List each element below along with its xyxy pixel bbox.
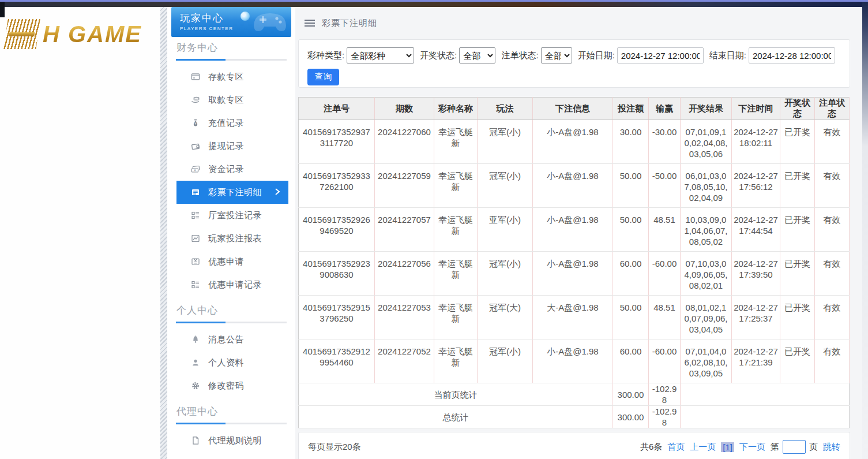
- sidebar-item-hall-bet-record[interactable]: 厅室投注记录: [176, 204, 288, 227]
- end-date-label: 结束日期:: [709, 50, 746, 61]
- jump-button[interactable]: 跳转: [823, 442, 840, 453]
- table-row: 401569173529153796250 20241227053 幸运飞艇新 …: [299, 296, 850, 339]
- page-summary-row: 当前页统计 300.00 -102.98: [299, 383, 850, 406]
- sidebar-item-player-bet-report[interactable]: 玩家投注报表: [176, 227, 288, 250]
- deposit-card-icon: [190, 72, 201, 81]
- column-header: 投注额: [613, 98, 649, 120]
- sidebar-item-label: 厅室投注记录: [208, 210, 262, 221]
- lottery-type-label: 彩种类型:: [307, 50, 344, 61]
- page-jump-input[interactable]: [783, 440, 806, 454]
- section-title-personal: 个人中心: [176, 303, 286, 318]
- chart-icon: [190, 234, 201, 243]
- cell-issue: 20241227057: [375, 208, 434, 252]
- cell-bet-info: 小-A盘@1.98: [533, 120, 613, 164]
- end-date-input[interactable]: [749, 47, 835, 64]
- start-date-input[interactable]: [617, 47, 704, 64]
- sidebar-item-label: 取款专区: [208, 95, 244, 106]
- cell-play-type: 冠军(小): [478, 120, 533, 164]
- section-title-agent: 代理中心: [176, 404, 286, 419]
- top-gradient-band: [0, 2, 868, 7]
- bets-table-panel: 注单号 期数 彩种名称 玩法 下注信息 投注额 输赢 开奖结果 下注时间 开奖状…: [298, 97, 850, 428]
- sidebar: 玩家中心 PLAYERS CENTER 财务中心 存款专区 取款专区 ¥ 充值记…: [167, 7, 295, 459]
- cell-draw-status: 已开奖: [780, 120, 815, 164]
- cell-winloss: 48.51: [649, 296, 681, 339]
- cell-winloss: -30.00: [649, 120, 681, 164]
- sidebar-item-label: 充值记录: [208, 118, 244, 129]
- sidebar-item-label: 存款专区: [208, 72, 244, 83]
- draw-status-select[interactable]: 全部: [459, 47, 495, 64]
- sidebar-item-recharge-record[interactable]: ¥ 充值记录: [176, 111, 288, 135]
- sidebar-item-fund-record[interactable]: ¥ 资金记录: [176, 158, 288, 181]
- cell-issue: 20241227060: [375, 120, 434, 164]
- sidebar-item-lottery-bet-details[interactable]: 彩票下注明细: [176, 181, 288, 204]
- cell-order-id: 401569173529129954460: [299, 339, 375, 383]
- right-edge-decoration: [862, 2, 868, 459]
- gamepad-icon: [252, 9, 288, 35]
- query-button[interactable]: 查询: [307, 69, 339, 85]
- sidebar-item-withdraw[interactable]: 取款专区: [176, 88, 288, 111]
- sidebar-item-promo-apply-record[interactable]: 优惠申请记录: [176, 273, 288, 296]
- cell-play-type: 冠军(大): [478, 296, 533, 339]
- cell-issue: 20241227053: [375, 296, 434, 339]
- cell-order-id: 401569173529239008630: [299, 252, 375, 296]
- prev-page-link[interactable]: 上一页: [690, 442, 716, 453]
- cell-bet-info: 小-A盘@1.98: [533, 164, 613, 208]
- sidebar-item-agent-rules[interactable]: 代理规则说明: [176, 429, 288, 452]
- hamburger-icon[interactable]: [305, 19, 315, 27]
- cell-order-id: 401569173529373117720: [299, 120, 375, 164]
- sidebar-item-announcements[interactable]: 消息公告: [176, 328, 288, 351]
- logo-mark-h-icon: [3, 19, 40, 49]
- summary-bet-total: 300.00: [613, 406, 649, 428]
- gear-icon: [190, 381, 201, 390]
- cell-draw-result: 10,03,09,01,04,06,07,08,05,02: [681, 208, 732, 252]
- next-page-link[interactable]: 下一页: [739, 442, 765, 453]
- cell-play-type: 冠军(小): [478, 252, 533, 296]
- column-header: 输赢: [649, 98, 681, 120]
- ticket-icon: [190, 257, 201, 266]
- cell-draw-result: 08,01,02,10,07,09,06,03,04,05: [681, 296, 732, 339]
- total-summary-row: 总统计 300.00 -102.98: [299, 406, 850, 428]
- section-rule: [176, 59, 287, 61]
- bet-list-icon: [190, 188, 201, 197]
- sidebar-item-deposit[interactable]: 存款专区: [176, 65, 288, 88]
- sidebar-item-label: 提现记录: [208, 141, 244, 152]
- section-title-finance: 财务中心: [176, 40, 286, 55]
- sidebar-item-label: 优惠申请记录: [208, 279, 262, 290]
- sidebar-item-profile[interactable]: 个人资料: [176, 351, 288, 374]
- order-status-select[interactable]: 全部: [541, 47, 572, 64]
- cell-draw-status: 已开奖: [780, 339, 815, 383]
- filter-panel: 彩种类型: 全部彩种 开奖状态: 全部 注单状态: 全部 开始日期: 结束日期:…: [298, 39, 850, 88]
- cell-bet-time: 2024-12-27 17:39:50: [732, 252, 780, 296]
- cell-order-id: 401569173529153796250: [299, 296, 375, 339]
- first-page-link[interactable]: 首页: [667, 442, 685, 453]
- cell-bet-amount: 30.00: [613, 120, 649, 164]
- summary-bet-total: 300.00: [613, 383, 649, 406]
- pagination-bar: 每页显示20条 共6条 首页 上一页 [1] 下一页 第 页 跳转: [298, 432, 850, 459]
- cell-bet-info: 大-A盘@1.98: [533, 296, 613, 339]
- glow-orb-icon: [241, 12, 250, 21]
- withdraw-hand-icon: [190, 95, 201, 105]
- cell-order-status: 有效: [815, 339, 850, 383]
- cell-bet-time: 2024-12-27 17:21:39: [732, 339, 780, 383]
- moneybag-icon: ¥: [190, 118, 201, 128]
- cell-order-status: 有效: [815, 296, 850, 339]
- pager: 共6条 首页 上一页 [1] 下一页 第 页 跳转: [635, 440, 840, 454]
- sidebar-item-agent-team-stats[interactable]: 代理团队统计: [176, 452, 288, 459]
- grid-list-icon: [190, 280, 201, 289]
- sidebar-item-promo-apply[interactable]: 优惠申请: [176, 250, 288, 273]
- cell-draw-result: 07,01,04,06,02,08,10,03,09,05: [681, 339, 732, 383]
- cell-issue: 20241227052: [375, 339, 434, 383]
- corner-decoration: [0, 2, 5, 17]
- section-rule: [176, 423, 287, 424]
- summary-label: 当前页统计: [299, 383, 613, 406]
- table-row: 401569173529337262100 20241227059 幸运飞艇新 …: [299, 164, 850, 208]
- sidebar-item-withdraw-record[interactable]: 提现记录: [176, 135, 288, 158]
- main-content: 彩票下注明细 彩种类型: 全部彩种 开奖状态: 全部 注单状态: 全部 开始日期…: [295, 7, 862, 459]
- cell-play-type: 冠军(小): [478, 339, 533, 383]
- cell-bet-time: 2024-12-27 18:02:11: [732, 120, 780, 164]
- cell-bet-amount: 50.00: [613, 208, 649, 252]
- lottery-type-select[interactable]: 全部彩种: [347, 47, 414, 64]
- table-row: 401569173529373117720 20241227060 幸运飞艇新 …: [299, 120, 850, 164]
- sidebar-item-change-password[interactable]: 修改密码: [176, 374, 288, 397]
- cell-draw-status: 已开奖: [780, 164, 815, 208]
